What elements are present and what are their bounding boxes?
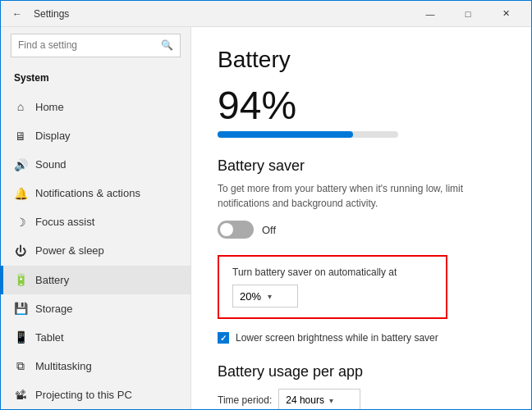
sidebar-item-label: Display bbox=[35, 130, 71, 142]
sidebar-item-storage[interactable]: 💾 Storage bbox=[1, 294, 190, 323]
checkbox-row: ✓ Lower screen brightness while in batte… bbox=[218, 332, 505, 344]
close-button[interactable]: ✕ bbox=[487, 1, 525, 27]
sidebar-item-power[interactable]: ⏻ Power & sleep bbox=[1, 236, 190, 265]
sidebar-item-label: Focus assist bbox=[35, 216, 94, 228]
brightness-label: Lower screen brightness while in battery… bbox=[236, 332, 438, 344]
battery-saver-description: To get more from your battery when it's … bbox=[218, 181, 505, 211]
toggle-knob bbox=[220, 223, 233, 236]
maximize-button[interactable]: □ bbox=[449, 1, 487, 27]
battery-saver-auto-label: Turn battery saver on automatically at bbox=[232, 266, 433, 278]
notifications-icon: 🔔 bbox=[14, 187, 27, 200]
app-body: 🔍 System ⌂ Home 🖥 Display 🔊 Sound 🔔 Noti… bbox=[1, 27, 531, 409]
sidebar-item-label: Battery bbox=[35, 274, 69, 286]
minimize-button[interactable]: — bbox=[411, 1, 449, 27]
battery-percent: 94% bbox=[218, 83, 505, 128]
sidebar-item-label: Tablet bbox=[35, 331, 64, 344]
sidebar-item-label: Multitasking bbox=[35, 360, 92, 372]
battery-bar-container bbox=[218, 131, 398, 138]
sidebar-item-multitasking[interactable]: ⧉ Multitasking bbox=[1, 352, 190, 380]
sidebar-item-projecting[interactable]: 📽 Projecting to this PC bbox=[1, 380, 190, 409]
chevron-down-icon: ▾ bbox=[268, 292, 272, 301]
sidebar-item-sound[interactable]: 🔊 Sound bbox=[1, 150, 190, 179]
brightness-checkbox[interactable]: ✓ bbox=[218, 332, 229, 344]
power-icon: ⏻ bbox=[14, 244, 27, 257]
page-title: Battery bbox=[218, 47, 505, 73]
toggle-label: Off bbox=[262, 224, 276, 236]
title-bar-left: ← Settings bbox=[7, 4, 69, 24]
title-bar: ← Settings — □ ✕ bbox=[1, 1, 531, 27]
battery-icon: 🔋 bbox=[14, 273, 27, 286]
sidebar-item-home[interactable]: ⌂ Home bbox=[1, 93, 190, 121]
content-area: Battery 94% Battery saver To get more fr… bbox=[191, 27, 531, 409]
battery-bar bbox=[218, 131, 353, 138]
home-icon: ⌂ bbox=[14, 100, 27, 113]
system-section-header: System bbox=[1, 64, 190, 93]
multitasking-icon: ⧉ bbox=[14, 359, 27, 372]
dropdown-value: 20% bbox=[240, 290, 261, 303]
chevron-down-icon: ▾ bbox=[329, 396, 333, 405]
time-period-label: Time period: bbox=[218, 394, 272, 406]
battery-usage-title: Battery usage per app bbox=[218, 363, 505, 380]
sidebar-item-label: Sound bbox=[35, 158, 66, 171]
projecting-icon: 📽 bbox=[14, 389, 27, 402]
focus-icon: ☽ bbox=[14, 216, 27, 229]
time-period-row: Time period: 24 hours ▾ bbox=[218, 389, 505, 409]
display-icon: 🖥 bbox=[14, 130, 27, 143]
checkmark-icon: ✓ bbox=[220, 334, 227, 343]
battery-saver-toggle[interactable] bbox=[218, 221, 254, 239]
search-input[interactable] bbox=[18, 39, 161, 51]
time-period-value: 24 hours bbox=[286, 394, 324, 406]
sound-icon: 🔊 bbox=[14, 158, 27, 171]
battery-saver-dropdown[interactable]: 20% ▾ bbox=[232, 285, 298, 308]
battery-saver-auto-box: Turn battery saver on automatically at 2… bbox=[218, 255, 447, 319]
back-icon: ← bbox=[12, 8, 22, 20]
time-period-dropdown[interactable]: 24 hours ▾ bbox=[278, 389, 360, 409]
storage-icon: 💾 bbox=[14, 302, 27, 315]
sidebar-item-label: Projecting to this PC bbox=[35, 389, 132, 401]
window-controls: — □ ✕ bbox=[411, 1, 525, 27]
tablet-icon: 📱 bbox=[14, 330, 27, 344]
sidebar-item-label: Home bbox=[35, 101, 64, 113]
sidebar: 🔍 System ⌂ Home 🖥 Display 🔊 Sound 🔔 Noti… bbox=[1, 27, 191, 409]
sidebar-item-tablet[interactable]: 📱 Tablet bbox=[1, 323, 190, 352]
toggle-row: Off bbox=[218, 221, 505, 239]
sidebar-item-display[interactable]: 🖥 Display bbox=[1, 121, 190, 150]
search-box[interactable]: 🔍 bbox=[11, 34, 181, 57]
sidebar-item-label: Power & sleep bbox=[35, 244, 104, 257]
sidebar-item-label: Notifications & actions bbox=[35, 187, 140, 199]
settings-window: ← Settings — □ ✕ 🔍 System ⌂ Home 🖥 Disp bbox=[0, 0, 532, 410]
dropdown-row: 20% ▾ bbox=[232, 285, 433, 308]
battery-saver-title: Battery saver bbox=[218, 157, 505, 175]
sidebar-item-battery[interactable]: 🔋 Battery bbox=[1, 266, 190, 294]
window-title: Settings bbox=[34, 8, 69, 20]
back-button[interactable]: ← bbox=[7, 4, 27, 24]
search-icon: 🔍 bbox=[161, 39, 173, 51]
sidebar-item-focus[interactable]: ☽ Focus assist bbox=[1, 207, 190, 236]
sidebar-item-notifications[interactable]: 🔔 Notifications & actions bbox=[1, 179, 190, 207]
sidebar-item-label: Storage bbox=[35, 303, 73, 315]
